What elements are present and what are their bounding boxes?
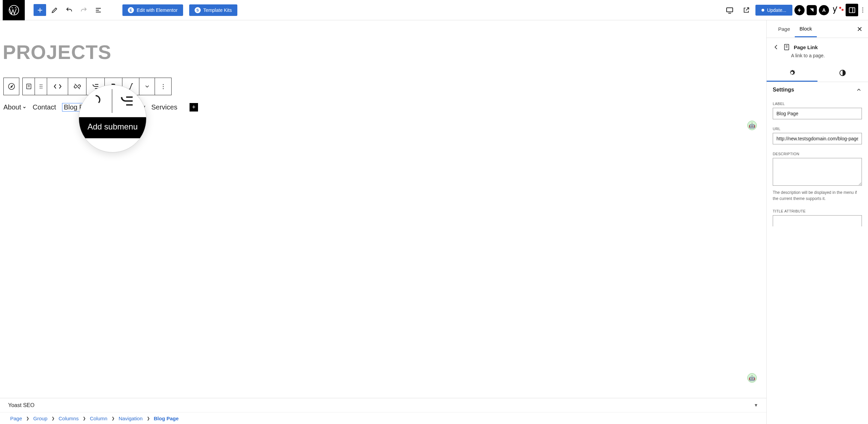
collapse-icon[interactable]: ▼: [754, 403, 758, 408]
close-sidebar-button[interactable]: ✕: [857, 25, 863, 33]
plugin-icon-1[interactable]: [794, 5, 805, 15]
view-page-icon[interactable]: [740, 4, 752, 16]
toolbar-select-parent-icon[interactable]: [23, 78, 35, 95]
toolbar-move-icon[interactable]: [47, 78, 68, 95]
svg-point-6: [41, 84, 42, 85]
description-help-text: The description will be displayed in the…: [773, 189, 862, 202]
edit-pencil-icon[interactable]: [48, 4, 61, 16]
add-block-button[interactable]: [34, 4, 46, 16]
nav-item-label: Contact: [33, 103, 56, 111]
breadcrumb-item[interactable]: Page: [10, 416, 22, 421]
chatbot-bubble-icon[interactable]: 🤖: [747, 373, 757, 383]
settings-heading: Settings: [773, 87, 794, 93]
label-field-label: LABEL: [773, 102, 862, 106]
description-field-label: DESCRIPTION: [773, 152, 862, 156]
svg-point-0: [9, 5, 18, 15]
svg-point-7: [40, 86, 41, 87]
url-field-label: URL: [773, 127, 862, 131]
svg-point-5: [40, 84, 41, 85]
breadcrumb-item[interactable]: Columns: [59, 416, 79, 421]
breadcrumb-current: Blog Page: [154, 416, 179, 421]
more-options-button[interactable]: [860, 7, 865, 13]
chatbot-bubble-icon[interactable]: 🤖: [747, 121, 757, 130]
yoast-label: Yoast SEO: [8, 402, 35, 408]
redo-button[interactable]: [77, 4, 90, 16]
breadcrumb-item[interactable]: Group: [33, 416, 47, 421]
preview-desktop-icon[interactable]: [723, 4, 736, 16]
chevron-up-icon: [856, 87, 862, 93]
magnifier-overlay: Add submenu: [79, 85, 146, 153]
tab-page[interactable]: Page: [773, 21, 795, 37]
nav-item-services[interactable]: Services: [151, 103, 177, 112]
svg-rect-11: [785, 44, 789, 50]
styles-subtab[interactable]: [817, 65, 868, 82]
toolbar-more-rich-text-icon[interactable]: [139, 78, 155, 95]
block-header: Page Link: [767, 38, 868, 53]
topbar-right-tools: Update... A: [722, 4, 865, 16]
update-label: Update...: [767, 7, 786, 13]
back-icon[interactable]: [773, 44, 780, 51]
plugin-icon-2[interactable]: [807, 5, 817, 15]
nav-item-label: About: [3, 103, 21, 111]
settings-subtab[interactable]: [767, 65, 817, 82]
description-textarea[interactable]: [773, 158, 862, 186]
svg-rect-1: [727, 8, 733, 12]
update-button[interactable]: Update...: [755, 5, 792, 16]
block-sub-tabs: [767, 65, 868, 82]
toolbar-options-icon[interactable]: [155, 78, 171, 95]
add-submenu-tooltip: Add submenu: [79, 117, 146, 138]
document-outline-button[interactable]: [92, 4, 104, 16]
sidebar-toggle-button[interactable]: [846, 4, 858, 16]
svg-point-3: [8, 83, 15, 89]
editor-canvas: PROJECTS About Contact Blog Page Home: [0, 20, 766, 424]
toolbar-unlink-icon[interactable]: [68, 78, 86, 95]
block-description: A link to a page.: [767, 53, 868, 58]
toolbar-drag-handle-icon[interactable]: [35, 78, 47, 95]
sidebar-tabs: Page Block ✕: [767, 20, 868, 38]
block-name: Page Link: [794, 44, 818, 50]
yoast-seo-panel[interactable]: Yoast SEO ▼: [0, 398, 766, 412]
label-input[interactable]: [773, 108, 862, 119]
template-kits-label: Template Kits: [203, 7, 232, 13]
url-input[interactable]: [773, 133, 862, 144]
undo-button[interactable]: [63, 4, 75, 16]
breadcrumb-item[interactable]: Navigation: [119, 416, 143, 421]
yoast-icon[interactable]: [831, 6, 844, 15]
template-kits-button[interactable]: S Template Kits: [189, 4, 237, 16]
wordpress-logo[interactable]: [3, 0, 25, 20]
page-link-icon: [783, 43, 790, 51]
settings-section-header[interactable]: Settings: [767, 82, 868, 98]
nav-item-label: Services: [151, 103, 177, 111]
edit-with-elementor-button[interactable]: E Edit with Elementor: [122, 4, 183, 16]
svg-rect-4: [26, 84, 31, 89]
block-breadcrumb: Page❯ Group❯ Columns❯ Column❯ Navigation…: [0, 412, 766, 424]
svg-rect-2: [849, 7, 855, 13]
settings-panel-body: LABEL URL DESCRIPTION The description wi…: [767, 98, 868, 230]
page-title[interactable]: PROJECTS: [3, 41, 763, 63]
breadcrumb-item[interactable]: Column: [90, 416, 107, 421]
plugin-icon-3[interactable]: A: [819, 5, 829, 15]
add-nav-item-button[interactable]: +: [190, 103, 198, 112]
nav-item-contact[interactable]: Contact: [33, 103, 56, 112]
svg-point-12: [840, 70, 846, 76]
toolbar-navigation-icon[interactable]: [4, 78, 19, 95]
title-attribute-label: TITLE ATTRIBUTE: [773, 209, 862, 213]
title-attribute-input[interactable]: [773, 215, 862, 226]
svg-point-8: [41, 86, 42, 87]
nav-item-about[interactable]: About: [3, 103, 26, 112]
tab-block[interactable]: Block: [795, 21, 817, 37]
editor-topbar: E Edit with Elementor S Template Kits Up…: [0, 0, 868, 20]
edit-with-elementor-label: Edit with Elementor: [137, 7, 178, 13]
svg-point-9: [40, 88, 41, 89]
settings-sidebar: Page Block ✕ Page Link A link to a page.…: [766, 20, 868, 424]
editor-main: PROJECTS About Contact Blog Page Home: [0, 20, 868, 424]
svg-point-10: [41, 88, 42, 89]
